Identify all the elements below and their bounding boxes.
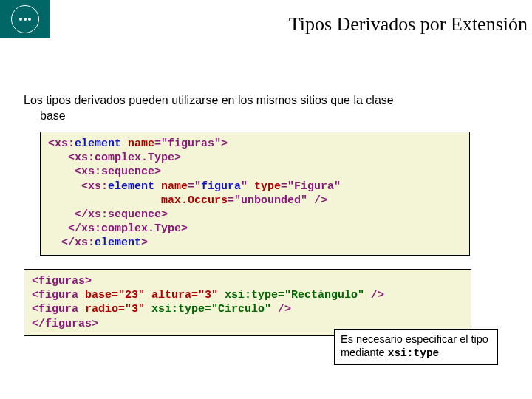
code-tok: element bbox=[95, 236, 141, 249]
code-tok: xsi:type="Círculo" bbox=[151, 303, 271, 316]
code-tok: </xs: bbox=[48, 236, 95, 249]
code-tok: figura bbox=[201, 180, 241, 193]
intro-text: Los tipos derivados pueden utilizarse en… bbox=[24, 93, 510, 124]
code-tok: /> bbox=[364, 289, 384, 301]
code-tok: /> bbox=[271, 303, 291, 316]
code-tok: <xs: bbox=[48, 180, 108, 193]
note-code: xsi:type bbox=[388, 347, 440, 359]
logo-dots bbox=[19, 18, 31, 21]
code-tok: ="Figura" bbox=[281, 180, 341, 193]
code-tok: <xs:complex.Type> bbox=[48, 151, 181, 164]
code-tok: radio="3" bbox=[85, 303, 151, 316]
intro-line-1: Los tipos derivados pueden utilizarse en… bbox=[24, 94, 394, 106]
code-tok: <xs: bbox=[48, 137, 75, 150]
code-tok: ="unbounded" /> bbox=[228, 194, 327, 207]
code-tok: element bbox=[108, 180, 154, 193]
intro-line-2: base bbox=[40, 109, 66, 122]
code-tok: =" bbox=[188, 180, 201, 193]
code-tok: xsi:type="Rectángulo" bbox=[225, 289, 364, 301]
code-tok: <figura bbox=[32, 289, 85, 301]
code-tok: </xs:sequence> bbox=[48, 208, 168, 221]
code-tok: " bbox=[241, 180, 254, 193]
note-callout: Es necesario especificar el tipo mediant… bbox=[334, 329, 498, 365]
logo-badge bbox=[0, 0, 50, 38]
code-tok: </xs:complex.Type> bbox=[48, 222, 188, 235]
page-title: Tipos Derivados por Extensión bbox=[289, 13, 528, 35]
code-tok: > bbox=[141, 236, 148, 249]
code-tok: <figuras> bbox=[32, 275, 92, 287]
code-tok: base="23" altura="3" bbox=[85, 289, 225, 301]
code-tok: <xs:sequence> bbox=[48, 166, 161, 178]
code-tok: </figuras> bbox=[32, 318, 98, 330]
code-tok: name bbox=[154, 180, 188, 193]
code-tok: max.Occurs bbox=[48, 194, 228, 207]
code-tok: element bbox=[75, 137, 121, 150]
logo-circle bbox=[11, 5, 39, 33]
code-tok: name bbox=[121, 137, 154, 150]
code-tok: type bbox=[254, 180, 281, 193]
xml-code-box: <figuras> <figura base="23" altura="3" x… bbox=[24, 269, 471, 336]
code-tok: ="figuras"> bbox=[154, 137, 228, 150]
schema-code-box: <xs:element name="figuras"> <xs:complex.… bbox=[40, 132, 470, 256]
code-tok: <figura bbox=[32, 303, 85, 316]
